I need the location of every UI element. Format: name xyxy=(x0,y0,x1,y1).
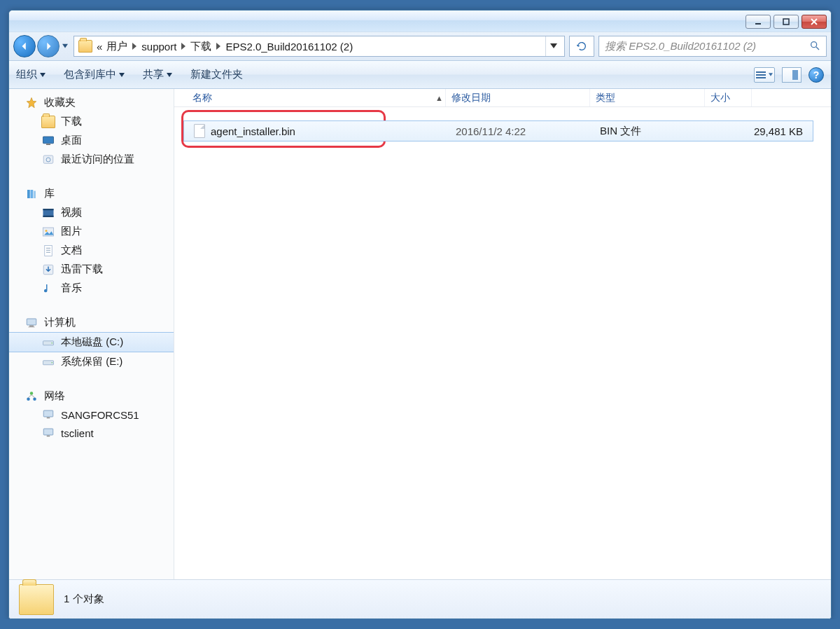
svg-rect-9 xyxy=(34,191,36,198)
organize-button[interactable]: 组织 xyxy=(16,68,46,81)
column-size[interactable]: 大小 xyxy=(705,89,752,106)
svg-point-2 xyxy=(811,41,817,47)
nav-item-recent[interactable]: 最近访问的位置 xyxy=(9,150,174,169)
svg-point-26 xyxy=(52,362,53,364)
breadcrumb-item[interactable]: 下载 xyxy=(190,40,211,53)
svg-rect-20 xyxy=(27,319,36,325)
breadcrumb-item[interactable]: 用户 xyxy=(106,40,127,53)
nav-item-network-host[interactable]: SANGFORCS51 xyxy=(9,406,174,424)
svg-point-27 xyxy=(27,397,30,401)
nav-header-libraries[interactable]: 库 xyxy=(9,184,174,203)
nav-item-downloads[interactable]: 下载 xyxy=(9,112,174,131)
nav-item-videos[interactable]: 视频 xyxy=(9,203,174,222)
chevron-right-icon[interactable] xyxy=(181,43,186,50)
svg-rect-22 xyxy=(29,326,35,327)
nav-header-computer[interactable]: 计算机 xyxy=(9,313,174,332)
svg-rect-8 xyxy=(31,190,34,198)
body: 收藏夹 下载 桌面 最近访问的位置 xyxy=(9,89,831,579)
nav-item-music[interactable]: 音乐 xyxy=(9,279,174,298)
libraries-icon xyxy=(24,188,38,200)
desktop-icon xyxy=(41,134,55,147)
svg-rect-11 xyxy=(43,209,54,210)
nav-item-desktop[interactable]: 桌面 xyxy=(9,131,174,150)
file-name: agent_installer.bin xyxy=(211,125,295,137)
download-icon xyxy=(41,263,55,276)
chevron-right-icon[interactable] xyxy=(132,43,137,50)
nav-header-network[interactable]: 网络 xyxy=(9,387,174,406)
nav-item-drive-c[interactable]: 本地磁盘 (C:) xyxy=(9,332,174,352)
picture-icon xyxy=(41,226,55,238)
column-type[interactable]: 类型 xyxy=(590,89,705,106)
file-type: BIN 文件 xyxy=(600,125,715,138)
svg-rect-5 xyxy=(43,155,53,163)
breadcrumb-item[interactable]: EPS2.0_Build20161102 (2) xyxy=(225,41,353,53)
host-icon xyxy=(41,427,55,439)
file-row[interactable]: agent_installer.bin 2016/11/2 4:22 BIN 文… xyxy=(183,120,813,141)
share-button[interactable]: 共享 xyxy=(143,68,172,81)
folder-download-icon xyxy=(41,116,55,128)
history-dropdown-icon[interactable] xyxy=(61,39,69,53)
drive-icon xyxy=(41,336,55,349)
nav-item-pictures[interactable]: 图片 xyxy=(9,222,174,241)
search-input[interactable]: 搜索 EPS2.0_Build20161102 (2) xyxy=(598,36,827,57)
window-controls xyxy=(746,15,827,29)
computer-icon xyxy=(24,317,38,329)
address-dropdown-icon[interactable] xyxy=(545,36,561,56)
preview-pane-button[interactable] xyxy=(782,67,802,83)
forward-button[interactable] xyxy=(37,35,59,57)
svg-point-24 xyxy=(52,343,53,344)
breadcrumb-overflow[interactable]: « xyxy=(97,41,102,53)
file-area[interactable]: agent_installer.bin 2016/11/2 4:22 BIN 文… xyxy=(174,107,831,579)
breadcrumb-item[interactable]: support xyxy=(141,41,176,53)
close-button[interactable] xyxy=(802,15,827,29)
nav-group-computer: 计算机 本地磁盘 (C:) 系统保留 (E:) xyxy=(9,313,174,371)
nav-row: « 用户 support 下载 EPS2.0_Build20161102 (2)… xyxy=(9,32,831,61)
nav-group-libraries: 库 视频 图片 文档 迅雷下载 xyxy=(9,184,174,298)
view-mode-button[interactable] xyxy=(754,67,775,83)
svg-point-28 xyxy=(33,397,36,401)
document-icon xyxy=(41,244,55,257)
video-icon xyxy=(41,207,55,219)
maximize-button[interactable] xyxy=(774,15,799,29)
star-icon xyxy=(24,97,38,109)
nav-item-documents[interactable]: 文档 xyxy=(9,241,174,260)
svg-rect-33 xyxy=(47,436,50,437)
nav-item-thunder[interactable]: 迅雷下载 xyxy=(9,260,174,279)
sort-asc-icon: ▲ xyxy=(435,94,445,102)
include-in-library-button[interactable]: 包含到库中 xyxy=(64,68,125,81)
folder-icon xyxy=(19,584,54,615)
folder-icon xyxy=(78,40,92,53)
content-pane: 名称 ▲ 修改日期 类型 大小 agent_installer.bin 2016… xyxy=(174,89,831,579)
nav-item-drive-e[interactable]: 系统保留 (E:) xyxy=(9,352,174,371)
music-icon xyxy=(41,282,55,295)
status-count: 1 个对象 xyxy=(64,593,104,606)
chevron-right-icon[interactable] xyxy=(216,43,221,50)
column-modified[interactable]: 修改日期 xyxy=(446,89,590,106)
search-icon[interactable] xyxy=(809,40,820,53)
file-modified: 2016/11/2 4:22 xyxy=(456,125,600,137)
nav-tree[interactable]: 收藏夹 下载 桌面 最近访问的位置 xyxy=(9,89,174,579)
svg-rect-32 xyxy=(43,429,53,435)
nav-header-favorites[interactable]: 收藏夹 xyxy=(9,93,174,112)
refresh-button[interactable] xyxy=(569,36,594,57)
svg-rect-31 xyxy=(47,417,50,419)
help-button[interactable]: ? xyxy=(808,67,824,83)
nav-group-favorites: 收藏夹 下载 桌面 最近访问的位置 xyxy=(9,93,174,169)
file-size: 29,481 KB xyxy=(715,125,813,137)
new-folder-button[interactable]: 新建文件夹 xyxy=(190,68,243,81)
column-headers[interactable]: 名称 ▲ 修改日期 类型 大小 xyxy=(174,89,831,107)
minimize-button[interactable] xyxy=(746,15,771,29)
svg-rect-30 xyxy=(43,410,53,417)
titlebar xyxy=(9,11,831,32)
back-button[interactable] xyxy=(13,35,36,57)
nav-item-network-host[interactable]: tsclient xyxy=(9,424,174,442)
svg-rect-4 xyxy=(46,144,50,145)
address-bar[interactable]: « 用户 support 下载 EPS2.0_Build20161102 (2) xyxy=(74,36,565,57)
toolbar: 组织 包含到库中 共享 新建文件夹 ? xyxy=(9,61,831,89)
status-bar: 1 个对象 xyxy=(9,579,831,618)
svg-point-14 xyxy=(46,230,48,232)
svg-rect-21 xyxy=(29,325,34,326)
svg-rect-15 xyxy=(45,245,52,256)
network-icon xyxy=(24,390,38,403)
column-name[interactable]: 名称 ▲ xyxy=(187,89,446,106)
